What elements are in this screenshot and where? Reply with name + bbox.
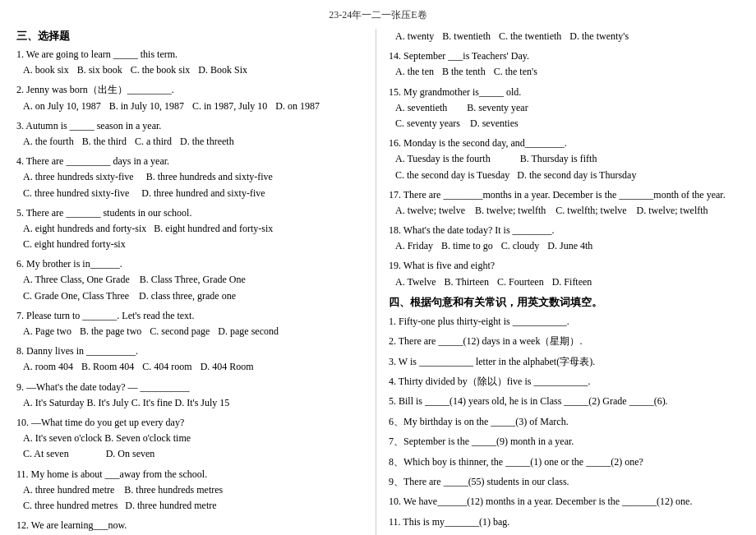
right-column: A. twenty B. twentieth C. the twentieth …	[385, 29, 740, 535]
question-4: 4. There are _________ days in a year. A…	[16, 154, 367, 201]
fill-q-10: 10. We have______(12) months in a year. …	[389, 493, 740, 510]
page-title: 23-24年一二一张压E卷	[16, 8, 740, 22]
fill-q-7: 7、September is the _____(9) month in a y…	[389, 433, 740, 450]
question-8: 8. Danny lives in __________. A. room 40…	[16, 344, 367, 375]
fill-section-title: 四、根据句意和有关常识，用英文数词填空。	[389, 295, 740, 310]
question-9: 9. —What's the date today? — __________ …	[16, 380, 367, 411]
fill-q-1: 1. Fifty-one plus thirty-eight is ______…	[389, 313, 740, 330]
fill-q-3: 3. W is ___________ letter in the alphab…	[389, 353, 740, 370]
fill-q-8: 8、Which boy is thinner, the _____(1) one…	[389, 454, 740, 470]
question-3: 3. Autumn is _____ season in a year. A. …	[16, 118, 367, 150]
left-section-title: 三、选择题	[16, 29, 367, 44]
fill-q-9: 9、There are _____(55) students in our cl…	[389, 473, 740, 490]
q-right-13: A. twenty B. twentieth C. the twentieth …	[389, 29, 740, 44]
q-right-14: 14. September ___is Teachers' Day. A. th…	[389, 48, 740, 80]
fill-q-5: 5. Bill is _____(14) years old, he is in…	[389, 393, 740, 409]
q-right-16: 16. Monday is the second day, and_______…	[389, 136, 740, 183]
question-10: 10. —What time do you get up every day? …	[16, 415, 367, 463]
fill-q-2: 2. There are _____(12) days in a week（星期…	[389, 333, 740, 349]
question-12: 12. We are learning___now. A. the twenty…	[16, 518, 367, 535]
question-2: 2. Jenny was born（出生）_________. A. on Ju…	[16, 82, 367, 113]
q-right-19: 19. What is five and eight? A. Twelve B.…	[389, 258, 740, 289]
question-6: 6. My brother is in______. A. Three Clas…	[16, 256, 367, 304]
fill-q-6: 6、My birthday is on the _____(3) of Marc…	[389, 413, 740, 430]
q-right-15: 15. My grandmother is_____ old. A. seven…	[389, 85, 740, 132]
question-5: 5. There are _______ students in our sch…	[16, 205, 367, 253]
fill-q-4: 4. Thirty divided by（除以）five is ________…	[389, 373, 740, 390]
fill-q-11: 11. This is my_______(1) bag.	[389, 514, 740, 530]
q-right-17: 17. There are ________months in a year. …	[389, 187, 740, 219]
question-7: 7. Please turn to _______. Let's read th…	[16, 308, 367, 339]
question-11: 11. My home is about ___away from the sc…	[16, 467, 367, 514]
question-1: 1. We are going to learn _____ this term…	[16, 47, 367, 78]
q-right-18: 18. What's the date today? It is _______…	[389, 223, 740, 254]
left-column: 三、选择题 1. We are going to learn _____ thi…	[16, 29, 376, 535]
